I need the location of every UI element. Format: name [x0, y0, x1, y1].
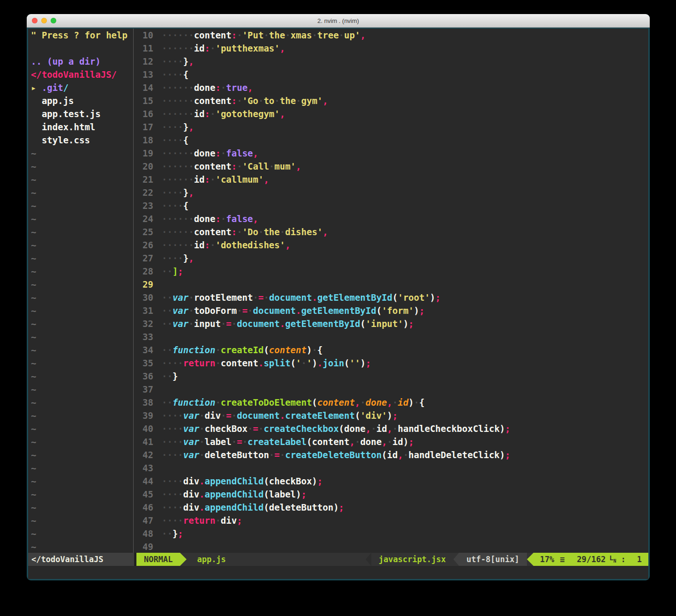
- nerdtree-sidebar[interactable]: " Press ? for help.. (up a dir)</todoVan…: [28, 29, 133, 553]
- command-line[interactable]: [28, 566, 648, 579]
- whitespace-dots: ·: [199, 437, 204, 447]
- code-line[interactable]: 39····var·div·=·document.createElement('…: [134, 409, 648, 422]
- line-number: 42: [134, 448, 162, 461]
- close-button[interactable]: [32, 18, 38, 23]
- token: ,: [248, 82, 253, 93]
- code-line[interactable]: 36··}: [134, 370, 648, 383]
- token: 'div': [360, 410, 387, 421]
- code-line[interactable]: 28··];: [134, 265, 648, 278]
- token: to: [263, 96, 274, 106]
- code-line[interactable]: 13····{: [134, 68, 648, 81]
- code-line[interactable]: 48··};: [134, 527, 648, 540]
- code-line[interactable]: 19······done:·false,: [134, 147, 648, 160]
- whitespace-dots: ·: [258, 227, 263, 237]
- tree-root[interactable]: </todoVanillaJS/: [31, 68, 133, 81]
- token: deleteButton: [205, 450, 269, 460]
- tree-item-app-js[interactable]: app.js: [31, 94, 133, 107]
- token: ,: [280, 109, 285, 119]
- code-line[interactable]: 31··var·toDoForm·=·document.getElementBy…: [134, 304, 648, 317]
- code-buffer[interactable]: 10······content:·'Put·the·xmas·tree·up',…: [134, 29, 648, 553]
- code-line[interactable]: 38··function·createToDoElement(content,·…: [134, 396, 648, 409]
- zoom-button[interactable]: [51, 18, 56, 23]
- code-line[interactable]: 14······done:·true,: [134, 81, 648, 94]
- code-line[interactable]: 32··var·input·=·document.getElementById(…: [134, 317, 648, 330]
- code-line[interactable]: 40····var·checkBox·=·createCheckbox(done…: [134, 422, 648, 435]
- title-bar[interactable]: 2. nvim . (nvim): [27, 14, 650, 28]
- token: done: [194, 148, 216, 158]
- token: ;: [419, 305, 424, 316]
- code-line[interactable]: 42····var·deleteButton·=·createDeleteBut…: [134, 448, 648, 461]
- whitespace-dots: ·: [258, 423, 263, 434]
- code-line[interactable]: 11······id:·'putthexmas',: [134, 42, 648, 55]
- code-line[interactable]: 30··var·rootElement·=·document.getElemen…: [134, 291, 648, 304]
- token: id: [392, 437, 403, 447]
- line-number: 22: [134, 186, 162, 199]
- token: content: [194, 96, 232, 106]
- whitespace-dots: ·: [387, 437, 392, 447]
- token: {: [183, 69, 188, 80]
- whitespace-dots: ·: [232, 319, 237, 329]
- position-segment: 17% ≡ 29/162 LN : 1: [533, 553, 648, 566]
- token: div: [221, 515, 237, 526]
- token: ): [312, 358, 317, 368]
- tree-item-git[interactable]: ▸ .git/: [31, 81, 133, 94]
- code-line[interactable]: 23····{: [134, 199, 648, 212]
- code-line[interactable]: 47····return·div;: [134, 514, 648, 527]
- code-line[interactable]: 45····div.appendChild(label);: [134, 488, 648, 501]
- tilde-line: ~: [31, 501, 133, 514]
- code-line[interactable]: 34··function·createId(content)·{: [134, 343, 648, 356]
- line-number: 49: [134, 540, 162, 553]
- line-number: 23: [134, 199, 162, 212]
- code-line[interactable]: 44····div.appendChild(checkBox);: [134, 475, 648, 488]
- code-line[interactable]: 12····},: [134, 55, 648, 68]
- token: mum': [274, 161, 296, 171]
- tree-item-app-test-js[interactable]: app.test.js: [31, 107, 133, 120]
- code-line[interactable]: 37: [134, 383, 648, 396]
- code-line[interactable]: 21······id:·'callmum',: [134, 173, 648, 186]
- code-line[interactable]: 29: [134, 278, 648, 291]
- line-number: 30: [134, 291, 162, 304]
- whitespace-dots: ··: [162, 292, 173, 303]
- code-line[interactable]: 33: [134, 330, 648, 343]
- code-line[interactable]: 16······id:·'gotothegym',: [134, 107, 648, 120]
- token: id: [194, 109, 205, 119]
- position-colon: :: [621, 553, 626, 566]
- code-line[interactable]: 27····},: [134, 252, 648, 265]
- code-line[interactable]: 17····},: [134, 120, 648, 134]
- token: rootElement: [194, 292, 253, 303]
- code-line[interactable]: 35····return·content.split('·').join('')…: [134, 356, 648, 370]
- token: (: [312, 397, 317, 408]
- code-line[interactable]: 20······content:·'Call·mum',: [134, 160, 648, 173]
- code-line[interactable]: 46····div.appendChild(deleteButton);: [134, 501, 648, 514]
- tree-item-style-css[interactable]: style.css: [31, 134, 133, 147]
- line-number: 20: [134, 160, 162, 173]
- code-line[interactable]: 26······id:·'dothedishes',: [134, 238, 648, 252]
- token: ~: [31, 187, 36, 198]
- token: (: [339, 423, 344, 434]
- code-line[interactable]: 49: [134, 540, 648, 553]
- code-line[interactable]: 18····{: [134, 134, 648, 147]
- token: .: [317, 358, 323, 368]
- code-line[interactable]: 43: [134, 461, 648, 475]
- code-line[interactable]: 25······content:·'Do·the·dishes',: [134, 225, 648, 238]
- tilde-line: ~: [31, 383, 133, 396]
- token: 'form': [382, 305, 414, 316]
- tree-item-index-html[interactable]: index.html: [31, 120, 133, 134]
- token: done: [366, 397, 387, 408]
- code-line[interactable]: 41····var·label·=·createLabel(content,·d…: [134, 435, 648, 448]
- token: 'dothedishes': [215, 240, 285, 250]
- token: ~: [31, 292, 36, 303]
- token: document: [237, 410, 280, 421]
- token: 'root': [398, 292, 430, 303]
- tree-up-dir[interactable]: .. (up a dir): [31, 55, 133, 68]
- token: :: [232, 227, 237, 237]
- token: ~: [31, 227, 36, 237]
- minimize-button[interactable]: [41, 18, 47, 23]
- code-line[interactable]: 22····},: [134, 186, 648, 199]
- code-line[interactable]: 24······done:·false,: [134, 212, 648, 225]
- code-line[interactable]: 10······content:·'Put·the·xmas·tree·up',: [134, 29, 648, 42]
- whitespace-dots: ·: [285, 30, 290, 40]
- code-line[interactable]: 15······content:·'Go·to·the·gym',: [134, 94, 648, 107]
- tilde-line: ~: [31, 356, 133, 370]
- token: =: [242, 305, 248, 316]
